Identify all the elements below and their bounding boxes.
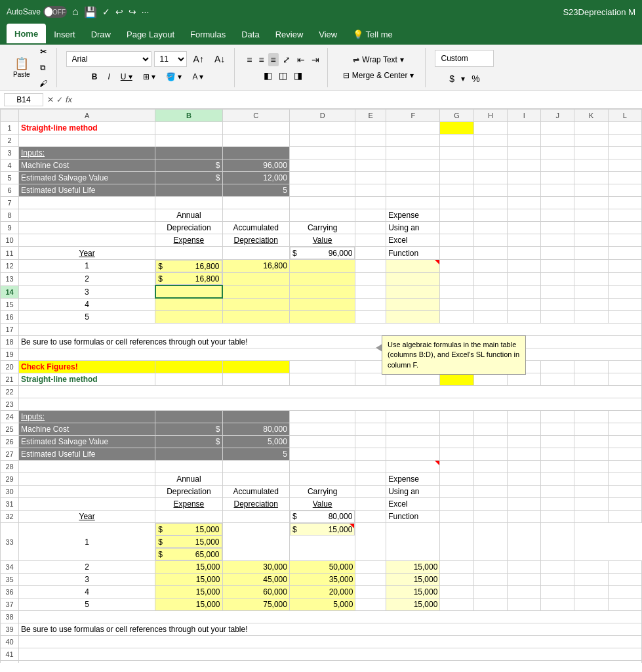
cell-f34[interactable]: 15,000 xyxy=(386,561,440,574)
cell-g13[interactable] xyxy=(440,272,473,285)
cell-l8[interactable] xyxy=(608,209,641,222)
cell-k2[interactable] xyxy=(574,135,608,147)
cell-l14[interactable] xyxy=(608,285,641,298)
font-size-select[interactable]: 11 xyxy=(154,51,187,67)
cell-b8[interactable]: Annual xyxy=(155,209,222,222)
cell-l26[interactable] xyxy=(608,435,641,448)
cell-l13[interactable] xyxy=(608,272,641,285)
cell-c37[interactable]: 75,000 xyxy=(222,598,289,611)
font-color-button[interactable]: A ▾ xyxy=(188,70,207,84)
cell-c12[interactable]: 16,800 xyxy=(222,260,289,273)
cell-k30[interactable] xyxy=(574,485,608,497)
cell-f25[interactable] xyxy=(386,423,440,435)
cell-k32[interactable] xyxy=(574,510,608,523)
cell-d5[interactable] xyxy=(289,172,355,184)
cell-i2[interactable] xyxy=(508,135,541,147)
cell-i26[interactable] xyxy=(508,435,541,448)
cell-g3[interactable] xyxy=(440,147,473,159)
cell-l16[interactable] xyxy=(608,310,641,323)
cell-i12[interactable] xyxy=(508,260,541,273)
cell-a14[interactable]: 3 xyxy=(19,285,155,298)
cell-h33[interactable] xyxy=(386,523,440,561)
cell-e27[interactable] xyxy=(355,448,386,460)
cell-j25[interactable] xyxy=(541,423,574,435)
cell-l25[interactable] xyxy=(608,423,641,435)
cell-c15[interactable] xyxy=(222,298,289,310)
check-icon[interactable]: ✓ xyxy=(102,7,110,17)
cell-k15[interactable] xyxy=(574,298,608,310)
cell-l29[interactable] xyxy=(608,472,641,485)
cell-g31[interactable] xyxy=(440,497,473,510)
cell-d21[interactable] xyxy=(289,373,355,385)
cell-h16[interactable] xyxy=(473,310,507,323)
cell-j14[interactable] xyxy=(541,285,574,298)
cell-j37[interactable] xyxy=(541,598,574,611)
cell-h27[interactable] xyxy=(473,448,507,460)
cell-g28[interactable] xyxy=(440,460,473,472)
cell-h6[interactable] xyxy=(473,184,507,197)
cell-k31[interactable] xyxy=(574,497,608,510)
cell-f33[interactable]: $15,000 xyxy=(290,523,355,536)
cell-e35[interactable] xyxy=(355,574,386,586)
cell-e36[interactable] xyxy=(355,586,386,598)
cell-h25[interactable] xyxy=(473,423,507,435)
cell-g33[interactable] xyxy=(355,523,386,561)
cell-h14[interactable] xyxy=(473,285,507,298)
cell-j28[interactable] xyxy=(541,460,574,472)
cell-b28[interactable] xyxy=(155,460,222,472)
undo-icon[interactable]: ↩ xyxy=(115,7,123,17)
copy-button[interactable]: ⧉ xyxy=(35,60,51,75)
cell-a38[interactable] xyxy=(19,611,642,623)
cell-a2[interactable] xyxy=(19,135,155,147)
cell-j29[interactable] xyxy=(541,472,574,485)
cell-l3[interactable] xyxy=(608,147,641,159)
cell-h5[interactable] xyxy=(473,172,507,184)
cell-h30[interactable] xyxy=(473,485,507,497)
confirm-formula-icon[interactable]: ✓ xyxy=(56,95,63,104)
tab-tell-me[interactable]: 💡 Tell me xyxy=(345,24,401,45)
cell-a33[interactable]: 1 xyxy=(19,523,155,561)
cell-l32[interactable] xyxy=(608,510,641,523)
cell-f16[interactable] xyxy=(386,310,440,323)
cell-c34[interactable]: 30,000 xyxy=(222,561,289,574)
cell-k14[interactable] xyxy=(574,285,608,298)
cell-l12[interactable] xyxy=(608,260,641,273)
cell-a17[interactable] xyxy=(19,323,642,335)
cell-d28[interactable] xyxy=(289,460,355,472)
cell-h9[interactable] xyxy=(473,222,507,234)
cell-c10[interactable]: Depreciation xyxy=(222,234,289,247)
cell-i36[interactable] xyxy=(508,586,541,598)
cell-k3[interactable] xyxy=(574,147,608,159)
cell-b37[interactable]: 15,000 xyxy=(155,598,222,611)
cell-i30[interactable] xyxy=(508,485,541,497)
cell-g16[interactable] xyxy=(440,310,473,323)
cell-b9[interactable]: Depreciation xyxy=(155,222,222,234)
cell-g15[interactable] xyxy=(440,298,473,310)
cell-k35[interactable] xyxy=(574,574,608,586)
tab-home[interactable]: Home xyxy=(7,24,46,45)
cell-c14[interactable] xyxy=(222,285,289,298)
cell-b7[interactable] xyxy=(155,197,222,209)
cell-b12[interactable]: $16,800 xyxy=(155,260,222,272)
cell-d11[interactable]: $96,000 xyxy=(290,247,355,259)
cell-i14[interactable] xyxy=(508,285,541,298)
cell-h2[interactable] xyxy=(473,135,507,147)
cell-h11[interactable] xyxy=(473,247,507,260)
cell-a19[interactable] xyxy=(19,348,642,360)
cut-button[interactable]: ✂ xyxy=(35,45,51,59)
cell-e28[interactable] xyxy=(355,460,386,472)
cell-f26[interactable] xyxy=(386,435,440,448)
cell-l15[interactable] xyxy=(608,298,641,310)
cell-g30[interactable] xyxy=(440,485,473,497)
col-header-l[interactable]: L xyxy=(608,110,641,122)
cell-d33[interactable]: $65,000 xyxy=(155,548,222,560)
cell-a10[interactable] xyxy=(19,234,155,247)
cell-i4[interactable] xyxy=(508,159,541,172)
cell-h32[interactable] xyxy=(473,510,507,523)
cell-a23[interactable] xyxy=(19,398,642,410)
cell-h37[interactable] xyxy=(473,598,507,611)
cell-f24[interactable] xyxy=(386,410,440,423)
cell-h35[interactable] xyxy=(473,574,507,586)
cell-f31[interactable]: Excel xyxy=(386,497,440,510)
col-header-i[interactable]: I xyxy=(508,110,541,122)
